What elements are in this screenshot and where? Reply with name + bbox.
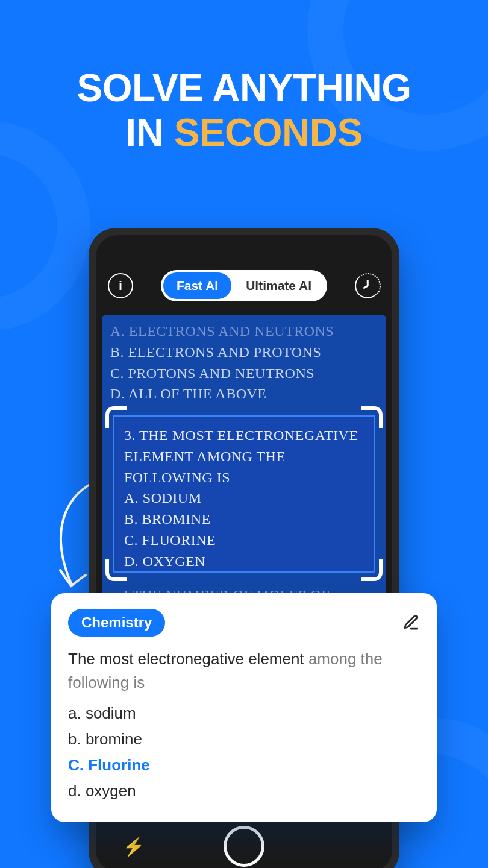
answer-card: Chemistry The most electronegative eleme… (51, 593, 437, 822)
option-a: a. sodium (68, 700, 420, 726)
top-bar: i Fast AI Ultimate AI (96, 235, 392, 311)
mode-fast[interactable]: Fast AI (163, 272, 231, 299)
clock-icon (367, 280, 369, 286)
history-button[interactable] (355, 273, 380, 298)
info-icon: i (119, 279, 122, 293)
option-d: d. oxygen (68, 778, 420, 804)
shutter-button[interactable] (224, 826, 264, 867)
headline-line1: SOLVE ANYTHING (0, 66, 488, 111)
scanned-question: 3. THE MOST ELECTRONEGATIVE ELEMENT AMON… (124, 425, 364, 572)
headline-line2: IN SECONDS (0, 111, 488, 156)
info-button[interactable]: i (108, 273, 133, 298)
subject-badge: Chemistry (68, 609, 165, 637)
edit-icon[interactable] (402, 614, 420, 632)
answer-options: a. sodium b. bromine C. Fluorine d. oxyg… (68, 700, 420, 804)
mode-toggle[interactable]: Fast AI Ultimate AI (161, 270, 327, 301)
answer-question-text: The most electronegative element among t… (68, 647, 420, 694)
flash-icon[interactable]: ⚡ (122, 836, 145, 857)
hero-headline: SOLVE ANYTHING IN SECONDS (0, 66, 488, 155)
mode-ultimate[interactable]: Ultimate AI (233, 272, 325, 299)
scan-selection-box[interactable]: 3. THE MOST ELECTRONEGATIVE ELEMENT AMON… (113, 415, 375, 573)
option-b: b. bromine (68, 726, 420, 752)
clock-icon (363, 285, 368, 289)
option-c-correct: C. Fluorine (68, 752, 420, 778)
camera-controls: ⚡ (96, 821, 392, 868)
prev-question-options: A. ELECTRONS AND NEUTRONS B. ELECTRONS A… (110, 321, 378, 404)
